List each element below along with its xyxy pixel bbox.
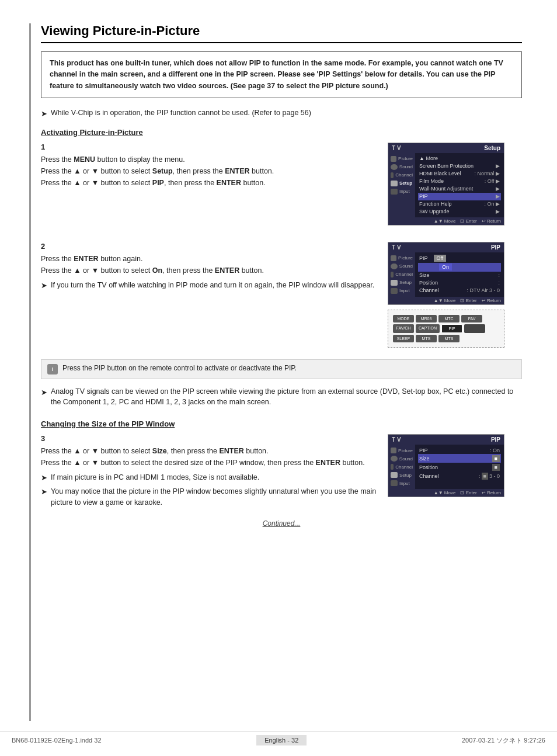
sidebar-input: Input [388,287,415,295]
step2-screenshot: T V PIP Picture Sound [388,242,522,348]
warning-box: This product has one built-in tuner, whi… [41,51,522,98]
arrow-icon: ➤ [41,487,47,498]
channel-icon [391,172,394,178]
footer-date: 2007-03-21 ソクネト 9:27:26 [462,736,545,745]
step2-note: ➤ If you turn the TV off while watching … [41,280,378,292]
note-pip-vchip: ➤ While V-Chip is in operation, the PIP … [41,107,522,120]
menu-item-pip: PIP▶ [418,193,501,200]
remote-control-illustration: MODE MR08 MTC FAV FAV/CH CAPTION PIP SLE… [388,310,504,348]
pip2-item-pip: PIP: On [418,446,501,454]
menu-body: Picture Sound Channel Setup [388,153,504,217]
note-analog: ➤ Analog TV signals can be viewed on the… [41,386,522,408]
arrow-icon: ➤ [41,387,47,398]
section2-header: Changing the Size of the PIP Window [41,419,522,428]
menu-item-film: Film Mode: Off ▶ [418,178,501,185]
pip2-body: Picture Sound Channel Setup [388,445,504,489]
sidebar-channel: Channel [388,171,415,179]
page-title: Viewing Picture-in-Picture [41,23,522,43]
pip2-item-size: Size ■ [418,454,501,463]
pip1-body: Picture Sound Channel Setup [388,252,504,297]
info-icon: i [47,364,58,374]
pip2-sidebar: Picture Sound Channel Setup [388,445,415,489]
input-icon [391,480,398,486]
pip2-item-position: Position ■ [418,463,501,471]
pip1-item-size: Size: [418,272,501,279]
pip-menu1-screenshot: T V PIP Picture Sound [388,242,504,305]
page-container: Viewing Picture-in-Picture This product … [0,0,557,756]
step3-number: 3 [41,434,378,443]
step1-text: Press the MENU button to display the men… [41,154,378,189]
channel-icon [391,272,394,278]
step1-screenshot: T V Setup Picture Sound [388,143,522,230]
sidebar-input: Input [388,188,415,196]
menu-footer: ▲▼ Move ⊡ Enter ↩ Return [388,217,504,225]
setup-icon [391,280,398,286]
step1-content: 1 Press the MENU button to display the m… [41,143,388,192]
tv-sidebar: Picture Sound Channel Setup [388,153,415,217]
sidebar-setup: Setup [388,179,415,188]
sidebar-picture: Picture [388,155,415,163]
picture-icon [391,255,396,261]
pip1-items: PIP Off On Size: Position: Channel: DTV … [415,252,504,297]
menu-header: T V Setup [388,143,504,153]
remote-mtc-btn: MTC [438,315,459,322]
setup-menu-items: ▲ More Screen Burn Protection▶ HDMI Blac… [415,153,504,217]
step2-number: 2 [41,242,378,251]
sound-icon [391,263,398,269]
menu-item-hdmi: HDMI Black Level: Normal ▶ [418,170,501,178]
note2-text: Analog TV signals can be viewed on the P… [51,386,522,408]
sidebar-picture: Picture [388,446,415,455]
pip1-item-on: On [418,263,501,272]
pip2-footer: ▲▼ Move ⊡ Enter ↩ Return [388,489,504,497]
pip1-item-channel: Channel: DTV Air 3 - 0 [418,287,501,294]
picture-icon [391,156,396,162]
page-footer: BN68-01192E-02Eng-1.indd 32 English - 32… [0,731,557,745]
input-icon [391,189,398,195]
sidebar-picture: Picture [388,254,415,262]
note-text: While V-Chip is in operation, the PIP fu… [51,107,311,119]
pip-menu2-screenshot: T V PIP Picture Sound [388,434,504,497]
sidebar-input: Input [388,479,415,487]
sidebar-channel: Channel [388,463,415,471]
channel-icon [391,464,394,470]
arrow-icon: ➤ [41,280,47,292]
sidebar-setup: Setup [388,471,415,479]
arrow-icon: ➤ [41,473,47,484]
warning-text: This product has one built-in tuner, whi… [50,59,503,90]
sidebar-sound: Sound [388,262,415,271]
sidebar-sound: Sound [388,163,415,171]
arrow-icon: ➤ [41,108,47,120]
step3-note2: ➤ You may notice that the picture in the… [41,486,378,508]
sidebar-channel: Channel [388,271,415,279]
pip2-item-channel: Channel : ■ 3 - 0 [418,471,501,480]
pip1-item-position: Position: [418,279,501,287]
sidebar-sound: Sound [388,455,415,463]
step3-screenshot: T V PIP Picture Sound [388,434,522,502]
page-number: English - 32 [256,735,307,745]
step2-row: 2 Press the ENTER button again. Press th… [41,242,522,348]
remote-mts2-btn: MTS [438,335,459,342]
sound-icon [391,164,398,170]
remote-mr08-btn: MR08 [416,315,437,322]
setup-icon [391,181,398,186]
menu-item-more: ▲ More [418,155,501,162]
continued-text: Continued... [41,519,522,528]
setup-menu-screenshot: T V Setup Picture Sound [388,143,504,226]
remote-mode-btn: MODE [393,315,414,322]
footer-file: BN68-01192E-02Eng-1.indd 32 [12,737,102,744]
pip2-header: T V PIP [388,435,504,445]
step1-number: 1 [41,143,378,151]
remote-mts-btn: MTS [416,335,437,342]
step1-row: 1 Press the MENU button to display the m… [41,143,522,230]
menu-item-sw: SW Upgrade▶ [418,208,501,216]
step2-text: Press the ENTER button again. Press the … [41,253,378,276]
pip2-items: PIP: On Size ■ Position ■ Channel : [415,445,504,489]
step3-note1: ➤ If main picture is in PC and HDMI 1 mo… [41,472,378,484]
setup-icon [391,472,398,478]
sidebar-setup: Setup [388,279,415,287]
menu-item-help: Function Help: On ▶ [418,200,501,208]
picture-icon [391,448,396,453]
remote-empty-btn [464,324,485,333]
remote-sleep-btn: SLEEP [393,335,414,342]
section1-header: Activating Picture-in-Picture [41,128,522,137]
